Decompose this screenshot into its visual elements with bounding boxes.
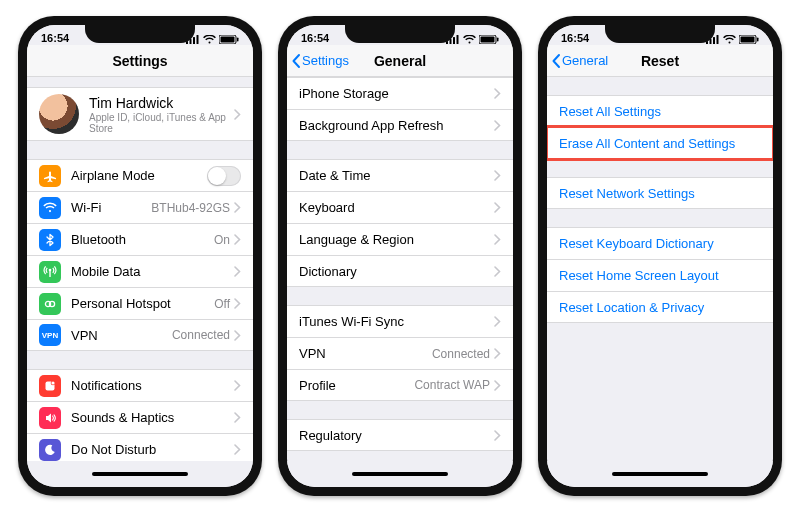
row-sounds-haptics[interactable]: Sounds & Haptics xyxy=(27,401,253,433)
row-vpn[interactable]: VPN VPN Connected xyxy=(27,319,253,351)
row-bluetooth[interactable]: Bluetooth On xyxy=(27,223,253,255)
row-label: Reset All Settings xyxy=(559,104,661,119)
row-label: Airplane Mode xyxy=(71,168,155,183)
row-date-time[interactable]: Date & Time xyxy=(287,159,513,191)
notch xyxy=(85,25,195,43)
row-label: Reset Home Screen Layout xyxy=(559,268,719,283)
airplane-toggle[interactable] xyxy=(207,166,241,186)
row-personal-hotspot[interactable]: Personal Hotspot Off xyxy=(27,287,253,319)
row-label: VPN xyxy=(71,328,98,343)
back-label: General xyxy=(562,53,608,68)
row-wifi[interactable]: Wi-Fi BTHub4-92GS xyxy=(27,191,253,223)
row-label: Regulatory xyxy=(299,428,362,443)
row-airplane-mode[interactable]: Airplane Mode xyxy=(27,159,253,191)
group-storage: iPhone Storage Background App Refresh xyxy=(287,77,513,141)
group-attention: Notifications Sounds & Haptics xyxy=(27,369,253,461)
screen-reset: 16:54 General Reset Rese xyxy=(547,25,773,487)
chevron-right-icon xyxy=(494,430,501,441)
svg-rect-24 xyxy=(713,37,715,44)
group-network: Reset Network Settings xyxy=(547,177,773,209)
chevron-right-icon xyxy=(494,234,501,245)
general-scroll[interactable]: iPhone Storage Background App Refresh Da… xyxy=(287,77,513,461)
chevron-right-icon xyxy=(494,120,501,131)
row-label: VPN xyxy=(299,346,326,361)
row-background-app-refresh[interactable]: Background App Refresh xyxy=(287,109,513,141)
status-right xyxy=(446,35,499,44)
screen-settings: 16:54 Settings Tim Hardwick xyxy=(27,25,253,487)
moon-icon xyxy=(39,439,61,461)
chevron-right-icon xyxy=(234,444,241,455)
chevron-right-icon xyxy=(234,266,241,277)
notifications-icon xyxy=(39,375,61,397)
row-label: Background App Refresh xyxy=(299,118,444,133)
reset-scroll[interactable]: Reset All Settings Erase All Content and… xyxy=(547,77,773,461)
row-itunes-wifi-sync[interactable]: iTunes Wi-Fi Sync xyxy=(287,305,513,337)
back-button[interactable]: General xyxy=(551,45,608,76)
profile-text: Tim Hardwick Apple ID, iCloud, iTunes & … xyxy=(89,95,234,134)
svg-rect-5 xyxy=(221,37,235,43)
svg-rect-25 xyxy=(717,35,719,44)
status-right xyxy=(706,35,759,44)
row-mobile-data[interactable]: Mobile Data xyxy=(27,255,253,287)
row-label: Wi-Fi xyxy=(71,200,101,215)
row-erase-all-content[interactable]: Erase All Content and Settings xyxy=(547,127,773,159)
row-label: Erase All Content and Settings xyxy=(559,136,735,151)
status-time: 16:54 xyxy=(41,32,69,44)
row-label: Do Not Disturb xyxy=(71,442,156,457)
row-reset-location-privacy[interactable]: Reset Location & Privacy xyxy=(547,291,773,323)
row-regulatory[interactable]: Regulatory xyxy=(287,419,513,451)
row-profile[interactable]: Profile Contract WAP xyxy=(287,369,513,401)
notch xyxy=(345,25,455,43)
chevron-left-icon xyxy=(551,53,561,69)
row-reset-home-screen-layout[interactable]: Reset Home Screen Layout xyxy=(547,259,773,291)
chevron-right-icon xyxy=(494,202,501,213)
screen-general: 16:54 Settings General i xyxy=(287,25,513,487)
row-notifications[interactable]: Notifications xyxy=(27,369,253,401)
row-label: Mobile Data xyxy=(71,264,140,279)
chevron-right-icon xyxy=(234,109,241,120)
status-right xyxy=(186,35,239,44)
avatar xyxy=(39,94,79,134)
row-apple-id[interactable]: Tim Hardwick Apple ID, iCloud, iTunes & … xyxy=(27,87,253,141)
antenna-icon xyxy=(39,261,61,283)
row-dictionary[interactable]: Dictionary xyxy=(287,255,513,287)
home-indicator-area xyxy=(287,461,513,487)
svg-rect-20 xyxy=(481,37,495,43)
back-button[interactable]: Settings xyxy=(291,45,349,76)
chevron-right-icon xyxy=(494,88,501,99)
home-indicator[interactable] xyxy=(612,472,708,476)
row-do-not-disturb[interactable]: Do Not Disturb xyxy=(27,433,253,461)
group-sync: iTunes Wi-Fi Sync VPN Connected Profile … xyxy=(287,305,513,401)
wifi-icon xyxy=(203,35,216,44)
row-language-region[interactable]: Language & Region xyxy=(287,223,513,255)
chevron-right-icon xyxy=(234,234,241,245)
home-indicator[interactable] xyxy=(352,472,448,476)
home-indicator-area xyxy=(27,461,253,487)
group-profile: Tim Hardwick Apple ID, iCloud, iTunes & … xyxy=(27,87,253,141)
battery-icon xyxy=(479,35,499,44)
nav-bar: Settings xyxy=(27,45,253,77)
bluetooth-icon xyxy=(39,229,61,251)
row-label: iTunes Wi-Fi Sync xyxy=(299,314,404,329)
nav-bar: Settings General xyxy=(287,45,513,77)
row-reset-keyboard-dictionary[interactable]: Reset Keyboard Dictionary xyxy=(547,227,773,259)
row-iphone-storage[interactable]: iPhone Storage xyxy=(287,77,513,109)
row-label: Keyboard xyxy=(299,200,355,215)
row-reset-all-settings[interactable]: Reset All Settings xyxy=(547,95,773,127)
group-other: Reset Keyboard Dictionary Reset Home Scr… xyxy=(547,227,773,323)
row-vpn[interactable]: VPN Connected xyxy=(287,337,513,369)
settings-scroll[interactable]: Tim Hardwick Apple ID, iCloud, iTunes & … xyxy=(27,77,253,461)
home-indicator[interactable] xyxy=(92,472,188,476)
profile-sub: Apple ID, iCloud, iTunes & App Store xyxy=(89,112,234,134)
iphone-frame-2: 16:54 Settings General i xyxy=(278,16,522,496)
battery-icon xyxy=(219,35,239,44)
chevron-right-icon xyxy=(494,170,501,181)
row-label: Profile xyxy=(299,378,336,393)
chevron-right-icon xyxy=(494,348,501,359)
row-label: Reset Keyboard Dictionary xyxy=(559,236,714,251)
row-label: Reset Network Settings xyxy=(559,186,695,201)
row-keyboard[interactable]: Keyboard xyxy=(287,191,513,223)
svg-rect-17 xyxy=(453,37,455,44)
row-reset-network-settings[interactable]: Reset Network Settings xyxy=(547,177,773,209)
row-label: Sounds & Haptics xyxy=(71,410,174,425)
